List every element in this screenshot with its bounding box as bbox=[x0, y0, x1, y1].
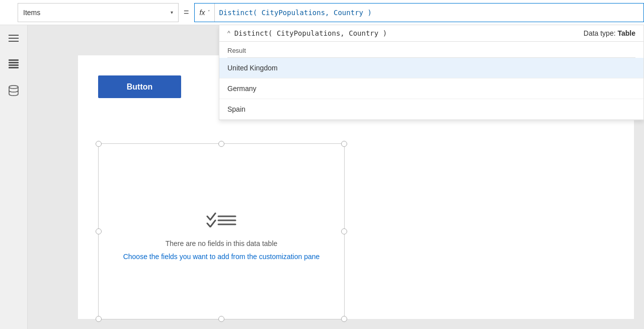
svg-rect-6 bbox=[9, 67, 19, 68]
empty-state-icon bbox=[206, 202, 236, 232]
items-dropdown-chevron: ▾ bbox=[171, 10, 173, 15]
items-dropdown[interactable]: Items ▾ bbox=[18, 3, 179, 22]
empty-state: There are no fields in this data table C… bbox=[99, 144, 344, 319]
fx-chevron: ˅ bbox=[207, 10, 209, 15]
svg-rect-1 bbox=[9, 38, 19, 39]
autocomplete-section-header: Result bbox=[219, 42, 643, 57]
top-bar: Items ▾ = fx ˅ ^ Distinct( CityPopulatio… bbox=[0, 0, 644, 25]
autocomplete-item-spain[interactable]: Spain bbox=[219, 99, 643, 120]
handle-mr[interactable] bbox=[341, 228, 347, 234]
svg-rect-4 bbox=[9, 59, 19, 61]
autocomplete-item-germany[interactable]: Germany bbox=[219, 78, 643, 99]
formula-input[interactable] bbox=[215, 9, 643, 17]
fx-label: fx bbox=[200, 9, 205, 17]
handle-bl[interactable] bbox=[96, 316, 102, 322]
handle-bc[interactable] bbox=[218, 316, 224, 322]
data-type-label: Data type: Table bbox=[584, 29, 635, 37]
collapse-icon[interactable]: ^ bbox=[227, 30, 230, 37]
button-widget[interactable]: Button bbox=[98, 75, 181, 98]
svg-rect-3 bbox=[9, 62, 19, 63]
autocomplete-dropdown: ^ Distinct( CityPopulations, Country ) D… bbox=[219, 25, 644, 120]
formula-bar: fx ˅ bbox=[194, 3, 644, 22]
database-icon[interactable] bbox=[6, 83, 22, 99]
gallery-widget[interactable]: There are no fields in this data table C… bbox=[98, 143, 345, 319]
fx-button[interactable]: fx ˅ bbox=[195, 4, 215, 22]
svg-point-7 bbox=[9, 86, 18, 89]
layers-icon[interactable] bbox=[6, 56, 22, 72]
autocomplete-formula-text: Distinct( CityPopulations, Country ) bbox=[234, 29, 574, 37]
autocomplete-header: ^ Distinct( CityPopulations, Country ) D… bbox=[219, 25, 643, 42]
empty-state-text: There are no fields in this data table bbox=[166, 239, 278, 248]
handle-br[interactable] bbox=[341, 316, 347, 322]
items-dropdown-label: Items bbox=[23, 9, 171, 17]
sidebar bbox=[0, 25, 28, 329]
handle-ml[interactable] bbox=[96, 228, 102, 234]
autocomplete-item-uk[interactable]: United Kingdom bbox=[219, 58, 643, 78]
svg-rect-2 bbox=[9, 41, 19, 42]
equals-sign: = bbox=[184, 7, 189, 18]
data-type-value: Table bbox=[617, 29, 635, 37]
empty-state-link[interactable]: Choose the fields you want to add from t… bbox=[123, 253, 320, 261]
handle-tr[interactable] bbox=[341, 141, 347, 147]
svg-rect-5 bbox=[9, 64, 19, 66]
handle-tl[interactable] bbox=[96, 141, 102, 147]
menu-icon[interactable] bbox=[6, 30, 22, 46]
svg-rect-0 bbox=[9, 35, 19, 36]
handle-tc[interactable] bbox=[218, 141, 224, 147]
